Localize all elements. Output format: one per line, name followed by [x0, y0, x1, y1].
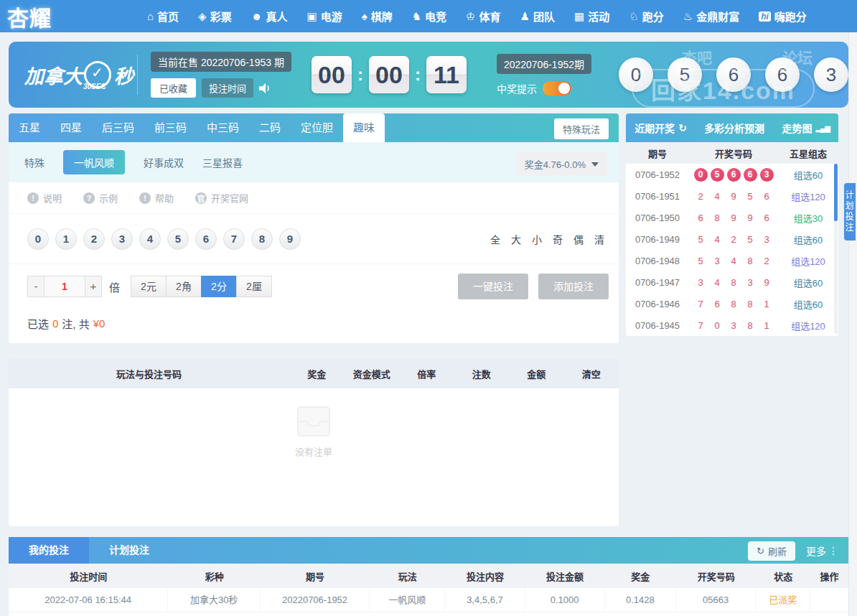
- quick-pick-even[interactable]: 偶: [573, 232, 584, 246]
- bet-time-button[interactable]: 投注时间: [202, 78, 253, 98]
- digit: 6: [763, 191, 770, 202]
- tab-zhongsanma[interactable]: 中三码: [197, 113, 249, 142]
- pattern-link[interactable]: 组选120: [778, 254, 838, 268]
- pick-ball-1[interactable]: 1: [55, 228, 77, 250]
- draw-numbers: 05663: [676, 588, 756, 612]
- unit-yuan[interactable]: 2元: [131, 276, 167, 297]
- draw-ball: 6: [765, 57, 800, 92]
- nav-item-egames[interactable]: ▣电游: [306, 9, 342, 24]
- tab-housanma[interactable]: 后三码: [92, 113, 144, 142]
- unit-li[interactable]: 2厘: [236, 276, 272, 297]
- tab-analysis[interactable]: 多彩分析预测: [704, 121, 764, 135]
- tab-my-bets[interactable]: 我的投注: [9, 537, 89, 564]
- pick-ball-7[interactable]: 7: [223, 228, 245, 250]
- pattern-link[interactable]: 组选120: [778, 190, 838, 203]
- tab-erma[interactable]: 二码: [249, 113, 291, 142]
- quick-pick-big[interactable]: 大: [511, 232, 521, 246]
- digit: 5: [746, 191, 754, 202]
- tab-dingweidan[interactable]: 定位胆: [291, 113, 343, 142]
- pick-ball-3[interactable]: 3: [111, 228, 133, 250]
- tab-sixing[interactable]: 四星: [50, 113, 92, 142]
- favorite-button[interactable]: 已收藏: [151, 78, 196, 98]
- pick-ball-4[interactable]: 4: [139, 228, 161, 250]
- tab-plan-bets[interactable]: 计划投注: [89, 537, 169, 564]
- pattern-link[interactable]: 组选120: [778, 319, 838, 332]
- refresh-button[interactable]: ↻刷新: [748, 541, 795, 561]
- col-draw-numbers: 开奖号码: [676, 569, 756, 583]
- pick-ball-8[interactable]: 8: [251, 228, 273, 250]
- subtab-haoshichengshuang[interactable]: 好事成双: [144, 155, 184, 169]
- nav-item-home[interactable]: ⌂首页: [147, 9, 179, 24]
- sports-icon: ♔: [466, 10, 475, 23]
- nav-item-paofen[interactable]: ♘跑分: [629, 9, 663, 24]
- speaker-icon[interactable]: [259, 83, 272, 94]
- nav-item-wealth[interactable]: ♨金鼎财富: [683, 9, 739, 24]
- draw-numbers: 70381: [689, 320, 778, 331]
- pattern-link[interactable]: 组选30: [778, 211, 838, 225]
- pattern-link[interactable]: 组选60: [778, 233, 838, 246]
- digit: 9: [730, 213, 737, 223]
- nav-item-esports[interactable]: ♞电竞: [412, 9, 446, 24]
- stake-row: - 1 + 倍 2元 2角 2分 2厘 一键投注 添加投注: [9, 264, 619, 309]
- add-bet-button[interactable]: 添加投注: [538, 274, 609, 299]
- tab-recent-draws[interactable]: 近期开奖↻: [634, 121, 687, 135]
- help-link-shuoming[interactable]: !说明: [27, 191, 62, 205]
- tab-trend-chart[interactable]: 走势图▂▄▆: [782, 121, 829, 135]
- unit-fen[interactable]: 2分: [201, 276, 237, 297]
- bet-slip: 玩法与投注号码 奖金 资金模式 倍率 注数 金额 清空 没有注单: [9, 359, 619, 526]
- pattern-link[interactable]: 组选60: [778, 297, 838, 311]
- issue: 0706-1948: [626, 256, 689, 266]
- pick-ball-9[interactable]: 9: [279, 228, 301, 250]
- quick-pick-small[interactable]: 小: [532, 232, 542, 246]
- digit: 6: [763, 213, 770, 223]
- stepper-plus-button[interactable]: +: [85, 276, 102, 297]
- help-link-official[interactable]: 官开奖官网: [195, 191, 248, 205]
- pick-ball-2[interactable]: 2: [83, 228, 105, 250]
- tab-qiansanma[interactable]: 前三码: [144, 113, 197, 142]
- nav-item-chess[interactable]: ♠棋牌: [362, 9, 393, 24]
- page-scrollbar[interactable]: [848, 32, 857, 616]
- countdown-hours: 00: [312, 56, 352, 93]
- tab-wuxing[interactable]: 五星: [9, 113, 50, 142]
- sidebar-scrollbar-thumb[interactable]: [834, 164, 838, 221]
- digit: 8: [746, 320, 754, 331]
- draw-ball: 3: [814, 57, 848, 92]
- nav-item-sports[interactable]: ♔体育: [466, 9, 500, 24]
- bet-content: 3,4,5,6,7: [445, 588, 525, 612]
- quick-bet-button[interactable]: 一键投注: [458, 274, 528, 299]
- more-button[interactable]: 更多⋮: [806, 543, 838, 558]
- quick-pick-all[interactable]: 全: [490, 232, 500, 246]
- nav-item-live[interactable]: ☻真人: [251, 9, 288, 24]
- pattern-link[interactable]: 组选60: [778, 168, 838, 182]
- digit: 8: [730, 299, 737, 309]
- nav-item-hi[interactable]: hi嗨跑分: [759, 9, 807, 24]
- issue: 0706-1946: [626, 299, 689, 309]
- unit-jiao[interactable]: 2角: [166, 276, 202, 297]
- my-bets-tabbar: 我的投注 计划投注 ↻刷新 更多⋮: [9, 537, 848, 564]
- pick-ball-6[interactable]: 6: [195, 228, 217, 250]
- plan-bets-side-tab[interactable]: 计划投注: [844, 183, 856, 241]
- win-tip-toggle[interactable]: [543, 81, 571, 95]
- pick-ball-5[interactable]: 5: [167, 228, 189, 250]
- table-row: 0706-1948 53482 组选120: [626, 250, 838, 271]
- tab-quwei[interactable]: 趣味: [343, 113, 385, 142]
- nav-item-activity[interactable]: ▦活动: [574, 9, 609, 24]
- quick-pick-odd[interactable]: 奇: [553, 232, 563, 246]
- nav-item-lottery[interactable]: ◈彩票: [198, 9, 232, 24]
- help-link-shili[interactable]: ?示例: [83, 191, 118, 205]
- nav-item-team[interactable]: ♟团队: [520, 9, 555, 24]
- stepper-minus-button[interactable]: -: [27, 276, 45, 297]
- stepper-value[interactable]: 1: [45, 276, 85, 297]
- help-link-bangzhu[interactable]: !帮助: [139, 191, 174, 205]
- quick-pick-clear[interactable]: 清: [594, 232, 604, 246]
- my-bets-table-header: 投注时间 彩种 期号 玩法 投注内容 投注金额 奖金 开奖号码 状态 操作: [9, 564, 848, 588]
- subtab-teshu[interactable]: 特殊: [24, 155, 45, 169]
- special-play-button[interactable]: 特殊玩法: [554, 118, 609, 139]
- pattern-link[interactable]: 组选60: [778, 276, 838, 289]
- bonus-select[interactable]: 奖金4.76-0.0%: [516, 152, 607, 176]
- site-logo[interactable]: 杏耀: [7, 1, 52, 32]
- subtab-sanxingbaoxi[interactable]: 三星报喜: [202, 155, 243, 169]
- subtab-yifanfengshun[interactable]: 一帆风顺: [63, 150, 125, 174]
- pick-ball-0[interactable]: 0: [27, 228, 49, 250]
- refresh-icon: ↻: [757, 546, 764, 556]
